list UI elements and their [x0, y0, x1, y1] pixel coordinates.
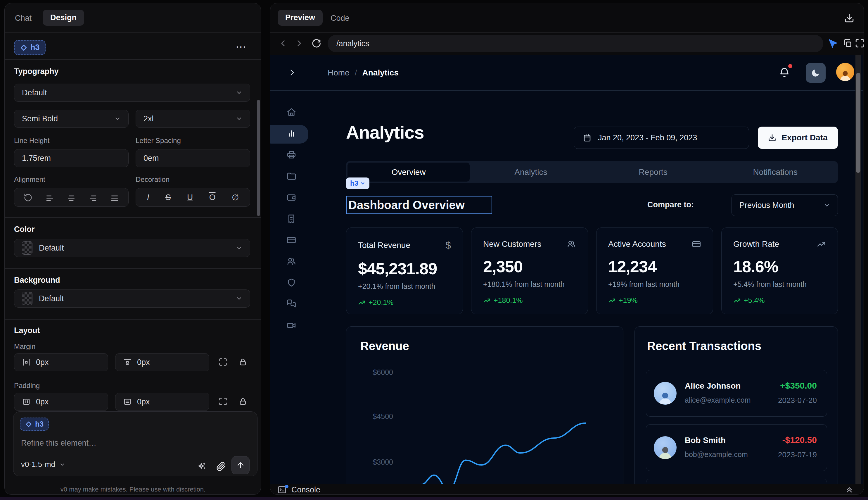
align-center-icon[interactable]: [67, 193, 76, 202]
sidebar-item-wallet[interactable]: [270, 188, 312, 207]
breadcrumb-separator: /: [355, 68, 357, 78]
model-select[interactable]: v0-1.5-md: [21, 460, 65, 469]
chevrons-up-icon[interactable]: [845, 485, 854, 494]
font-family-select[interactable]: Default: [14, 84, 250, 102]
page-title: Analytics: [346, 122, 424, 143]
reset-alignment-icon[interactable]: [24, 193, 33, 202]
transaction-row[interactable]: Bob Smith bob@example.com -$120.50 2023-…: [646, 424, 827, 471]
color-select[interactable]: Default: [14, 239, 250, 257]
sidebar-item-customers[interactable]: [270, 252, 312, 271]
align-left-icon[interactable]: [45, 193, 54, 202]
breadcrumb-home[interactable]: Home: [328, 68, 349, 78]
refresh-icon[interactable]: [311, 38, 321, 48]
selected-heading-outline[interactable]: Dashboard Overview: [346, 196, 492, 214]
italic-icon[interactable]: I: [147, 193, 149, 202]
panel-scrollbar[interactable]: [257, 100, 260, 216]
margin-label: Margin: [14, 342, 35, 351]
trending-up-icon: [358, 299, 366, 306]
tab-design[interactable]: Design: [43, 10, 84, 26]
app-sidebar: [270, 103, 312, 335]
refine-input[interactable]: Refine this element…: [21, 439, 96, 448]
credit-card-icon: [692, 239, 701, 249]
preview-scrollbar-thumb[interactable]: [856, 73, 860, 173]
background-select[interactable]: Default: [14, 289, 250, 308]
background-section-label: Background: [14, 276, 60, 285]
url-input[interactable]: /analytics: [328, 35, 823, 52]
prompt-element-badge[interactable]: h3: [20, 418, 49, 431]
margin-lock-icon[interactable]: [239, 357, 247, 366]
sidebar-item-invoices[interactable]: [270, 209, 312, 228]
export-data-button[interactable]: Export Data: [758, 127, 838, 149]
underline-icon[interactable]: U: [187, 193, 193, 202]
sidebar-item-analytics[interactable]: [270, 124, 312, 143]
submit-button[interactable]: [231, 456, 250, 474]
margin-x-input[interactable]: 0px: [14, 353, 108, 371]
line-height-input[interactable]: 1.75rem: [14, 149, 129, 167]
tab-code[interactable]: Code: [331, 14, 349, 23]
transaction-row[interactable]: [646, 479, 827, 484]
letter-spacing-label: Letter Spacing: [136, 137, 181, 145]
overline-icon[interactable]: O: [209, 193, 216, 202]
compare-select[interactable]: Previous Month: [731, 194, 838, 216]
theme-toggle-button[interactable]: [806, 63, 826, 83]
margin-expand-icon[interactable]: [219, 357, 227, 366]
more-options-icon[interactable]: ⋯: [235, 41, 247, 53]
align-justify-icon[interactable]: [110, 193, 119, 202]
tab-analytics[interactable]: Analytics: [470, 162, 592, 182]
transaction-row[interactable]: Alice Johnson alice@example.com +$350.00…: [646, 370, 827, 417]
download-icon[interactable]: [844, 13, 854, 23]
padding-y-input[interactable]: 0px: [115, 393, 209, 411]
fullscreen-icon[interactable]: [855, 38, 864, 48]
margin-y-input[interactable]: 0px: [115, 353, 209, 371]
sidebar-item-files[interactable]: [270, 167, 312, 185]
inspect-cursor-icon[interactable]: [828, 38, 838, 49]
copy-icon[interactable]: [843, 38, 853, 48]
sidebar-item-messages[interactable]: [270, 295, 312, 314]
tab-reports[interactable]: Reports: [592, 162, 714, 182]
chevron-down-icon: [236, 245, 242, 251]
trending-up-icon: [608, 297, 616, 304]
console-bar[interactable]: Console: [270, 484, 864, 495]
sparkles-icon[interactable]: [198, 462, 206, 471]
transaction-amount: -$120.50: [783, 435, 817, 445]
transaction-date: 2023-07-19: [778, 450, 817, 459]
tab-preview[interactable]: Preview: [278, 10, 323, 26]
preview-scrollbar-track[interactable]: [855, 55, 861, 484]
forward-icon[interactable]: [294, 38, 304, 48]
recent-transactions-card: Recent Transactions Alice Johnson alice@…: [635, 326, 838, 484]
moon-icon: [811, 68, 821, 78]
sidebar-item-cards[interactable]: [270, 231, 312, 249]
back-icon[interactable]: [278, 38, 288, 48]
no-decoration-icon[interactable]: ∅: [232, 193, 239, 202]
user-avatar[interactable]: [836, 63, 854, 81]
revenue-chart-card: Revenue $6000 $4500 $3000: [346, 326, 623, 484]
date-range-button[interactable]: Jan 20, 2023 - Feb 09, 2023: [574, 127, 749, 149]
stat-card-total-revenue: Total Revenue $ $45,231.89 +20.1% from l…: [346, 227, 463, 314]
chevron-down-icon: [114, 115, 121, 122]
line-height-label: Line Height: [14, 137, 49, 145]
align-right-icon[interactable]: [89, 193, 97, 202]
strikethrough-icon[interactable]: S: [165, 193, 171, 202]
padding-lock-icon[interactable]: [239, 397, 247, 406]
attach-icon[interactable]: [216, 462, 226, 471]
letter-spacing-input[interactable]: 0em: [136, 149, 250, 167]
padding-expand-icon[interactable]: [219, 397, 227, 406]
selected-element-chip[interactable]: h3: [346, 178, 369, 189]
layout-section-label: Layout: [14, 326, 40, 335]
color-section-label: Color: [14, 225, 35, 234]
chevron-down-icon: [824, 202, 830, 208]
tab-chat[interactable]: Chat: [15, 14, 32, 23]
preview-viewport: Home / Analytics: [270, 55, 863, 484]
font-weight-select[interactable]: Semi Bold: [14, 110, 129, 128]
sidebar-expand-icon[interactable]: [287, 68, 297, 78]
sidebar-item-reports[interactable]: [270, 145, 312, 164]
bell-icon[interactable]: [779, 67, 790, 78]
tab-notifications[interactable]: Notifications: [714, 162, 836, 182]
selected-element-badge[interactable]: h3: [14, 40, 46, 55]
font-size-select[interactable]: 2xl: [136, 110, 250, 128]
sidebar-item-home[interactable]: [270, 103, 312, 121]
sidebar-item-security[interactable]: [270, 273, 312, 292]
padding-x-input[interactable]: 0px: [14, 393, 108, 411]
sidebar-item-video[interactable]: [270, 316, 312, 335]
divider: [270, 33, 864, 33]
